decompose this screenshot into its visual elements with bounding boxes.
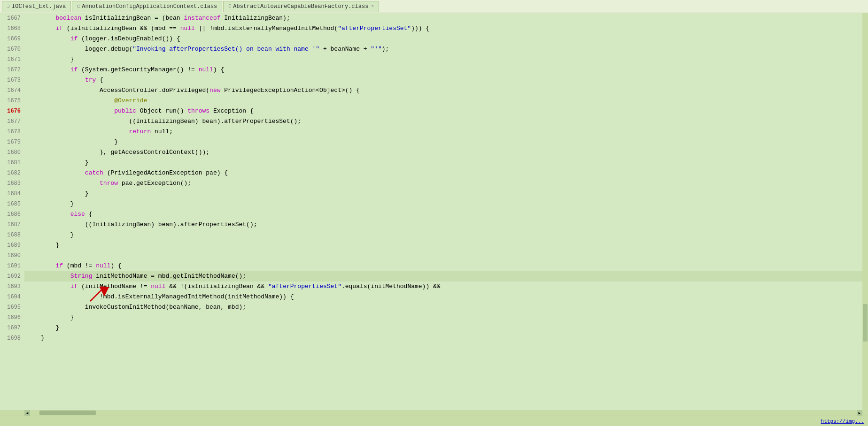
token: Object run()	[136, 107, 187, 114]
token: new	[209, 87, 220, 94]
line-num-1692: 1692	[4, 271, 21, 281]
code-lines: boolean isInitializingBean = (bean insta…	[24, 13, 862, 343]
line-num-1695: 1695	[4, 302, 21, 312]
token	[26, 283, 70, 290]
token: ))) {	[411, 25, 429, 32]
token: );	[382, 46, 389, 53]
token: "'"	[371, 46, 381, 53]
token	[26, 76, 85, 84]
code-line-1693: if (initMethodName != null && !(isInitia…	[24, 281, 862, 292]
token: || !mbd.isExternallyManagedInitMethod(	[195, 25, 338, 32]
token: }	[26, 242, 59, 249]
line-num-1673: 1673	[4, 75, 21, 85]
tab-icon-tab2: C	[77, 4, 80, 9]
editor-container: JIOCTest_Ext.javaCAnnotationConfigApplic…	[0, 0, 868, 426]
tab-close-tab3[interactable]: ×	[371, 4, 374, 9]
token: (initMethodName !=	[78, 283, 151, 290]
line-num-1667: 1667	[4, 13, 21, 23]
code-line-1688: }	[24, 230, 862, 240]
line-num-1696: 1696	[4, 312, 21, 323]
token: @Override	[114, 97, 147, 104]
code-line-1695: invokeCustomInitMethod(beanName, bean, m…	[24, 302, 862, 312]
line-num-1668: 1668	[4, 23, 21, 34]
line-num-1681: 1681	[4, 158, 21, 168]
code-line-1681: }	[24, 158, 862, 168]
scrollbar-x[interactable]: ◀ ▶	[24, 410, 862, 416]
scrollbar-x-thumb[interactable]	[39, 411, 96, 415]
token	[26, 180, 100, 187]
token: PrivilegedExceptionAction<Object>() {	[220, 87, 359, 94]
line-num-1697: 1697	[4, 323, 21, 333]
code-line-1670: logger.debug("Invoking afterPropertiesSe…	[24, 44, 862, 54]
scrollbar-x-track	[30, 411, 857, 415]
code-line-1679: }	[24, 137, 862, 147]
code-line-1675: @Override	[24, 96, 862, 106]
code-line-1686: else {	[24, 209, 862, 220]
token: null;	[151, 128, 173, 135]
line-num-1687: 1687	[4, 220, 21, 230]
scrollbar-y[interactable]	[862, 13, 868, 410]
token	[26, 262, 55, 269]
token: }	[26, 159, 89, 166]
line-num-1684: 1684	[4, 189, 21, 199]
line-num-1669: 1669	[4, 34, 21, 44]
line-num-1688: 1688	[4, 230, 21, 240]
token: if	[70, 283, 78, 290]
token: "afterPropertiesSet"	[268, 283, 341, 290]
scroll-right-btn[interactable]: ▶	[857, 410, 862, 416]
line-num-1694: 1694	[4, 292, 21, 302]
tab-label-tab2: AnnotationConfigApplicationContext.class	[82, 3, 217, 10]
token	[26, 66, 70, 73]
token	[26, 107, 114, 114]
code-line-1684: }	[24, 189, 862, 199]
code-line-1694: !mbd.isExternallyManagedInitMethod(initM…	[24, 292, 862, 302]
token: public	[114, 107, 136, 114]
token: {	[85, 211, 93, 218]
token: }	[26, 231, 74, 238]
line-num-1674: 1674	[4, 85, 21, 96]
line-num-1677: 1677	[4, 116, 21, 127]
code-content[interactable]: boolean isInitializingBean = (bean insta…	[24, 13, 862, 410]
line-num-1685: 1685	[4, 199, 21, 209]
code-line-1667: boolean isInitializingBean = (bean insta…	[24, 13, 862, 23]
tab-icon-tab1: J	[7, 4, 10, 9]
token: if	[55, 25, 63, 32]
token: return	[129, 128, 151, 135]
status-link[interactable]: https://img...	[821, 418, 864, 424]
token	[26, 211, 70, 218]
line-num-1683: 1683	[4, 178, 21, 189]
token: }	[26, 335, 45, 342]
token: null	[180, 25, 195, 32]
token: isInitializingBean = (bean	[81, 15, 184, 22]
scroll-left-btn[interactable]: ◀	[24, 410, 30, 416]
code-line-1683: throw pae.getException();	[24, 178, 862, 189]
scrollbar-thumb[interactable]	[863, 304, 868, 342]
token: ((InitializingBean) bean).afterPropertie…	[26, 221, 257, 228]
tab-tab2[interactable]: CAnnotationConfigApplicationContext.clas…	[72, 1, 222, 12]
token: instanceof	[184, 15, 220, 22]
code-line-1696: }	[24, 312, 862, 323]
line-num-1676: 1676	[4, 106, 21, 116]
code-line-1690	[24, 251, 862, 261]
line-num-1698: 1698	[4, 333, 21, 343]
token: initMethodName = mbd.getInitMethodName()…	[92, 273, 246, 280]
token	[26, 169, 85, 176]
tab-label-tab3: AbstractAutowireCapableBeanFactory.class	[233, 3, 368, 10]
token: ) {	[213, 66, 224, 73]
code-line-1676: public Object run() throws Exception {	[24, 106, 862, 116]
tab-tab3[interactable]: CAbstractAutowireCapableBeanFactory.clas…	[223, 1, 379, 12]
token: boolean	[55, 15, 81, 22]
tab-tab1[interactable]: JIOCTest_Ext.java	[2, 1, 71, 12]
token	[26, 97, 114, 104]
line-num-1682: 1682	[4, 168, 21, 178]
token: }	[26, 56, 74, 63]
tab-icon-tab3: C	[228, 4, 231, 9]
token: }	[26, 324, 59, 331]
token: pae.getException();	[118, 180, 191, 187]
token: .equals(initMethodName)) &&	[341, 283, 441, 290]
token: else	[70, 211, 85, 218]
line-num-1675: 1675	[4, 96, 21, 106]
line-num-1689: 1689	[4, 240, 21, 251]
token: String	[70, 273, 93, 280]
token	[26, 15, 55, 22]
